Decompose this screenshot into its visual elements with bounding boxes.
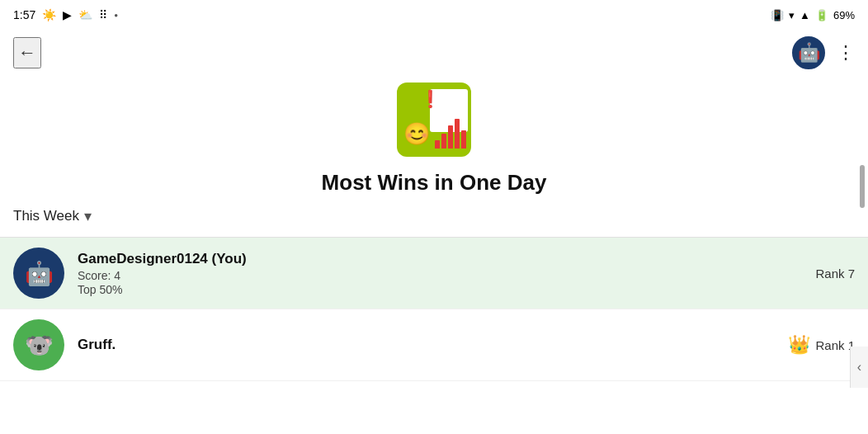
status-right: 📳 ▾ ▲ 🔋 69% <box>771 9 855 21</box>
scrollbar[interactable] <box>860 165 865 208</box>
bar-3 <box>448 125 453 149</box>
smiley-icon: 😊 <box>403 121 430 147</box>
achievement-icon: ❗ 😊 <box>397 83 471 157</box>
warning-icon: ❗ <box>420 89 441 109</box>
dot-icon: ● <box>114 12 118 19</box>
achievement-icon-inner: ❗ 😊 <box>397 83 471 157</box>
rank-label-you: Rank 7 <box>815 267 855 281</box>
achievement-title: Most Wins in One Day <box>322 170 547 196</box>
youtube-icon: ▶ <box>63 8 72 21</box>
chart-bars <box>435 119 466 149</box>
player-info-gruff: Gruff. <box>78 337 788 353</box>
player-avatar-icon-you: 🤖 <box>25 260 54 287</box>
leaderboard: 🤖 GameDesigner0124 (You) Score: 4 Top 50… <box>0 238 868 381</box>
player-name-you: GameDesigner0124 (You) <box>78 251 789 267</box>
player-avatar-you: 🤖 <box>13 248 64 299</box>
wifi-icon: ▾ <box>789 9 795 21</box>
player-info-you: GameDesigner0124 (You) Score: 4 Top 50% <box>78 251 789 296</box>
battery-icon: 🔋 <box>815 9 828 21</box>
more-menu-button[interactable]: ⋮ <box>837 42 855 64</box>
brightness-icon: ☀️ <box>42 8 56 21</box>
bar-4 <box>455 119 460 149</box>
player-score-you: Score: 4 <box>78 269 789 282</box>
player-avatar-gruff: 🐨 <box>13 319 64 370</box>
rank-label-gruff: Rank 1 <box>815 338 855 352</box>
grid-icon: ⠿ <box>99 8 107 21</box>
leaderboard-row-gruff[interactable]: 🐨 Gruff. 👑 Rank 1 <box>0 309 868 381</box>
back-button[interactable]: ← <box>13 37 41 68</box>
time-display: 1:57 <box>13 8 35 21</box>
rank-area-gruff: 👑 Rank 1 <box>788 334 855 356</box>
main-content: ❗ 😊 Most Wins in One Day This Week ▾ 🤖 G… <box>0 76 868 381</box>
avatar[interactable]: 🤖 <box>790 35 827 71</box>
nav-right: 🤖 ⋮ <box>790 35 855 71</box>
player-avatar-icon-gruff: 🐨 <box>25 332 54 359</box>
signal-icon: ▲ <box>800 9 810 21</box>
vibrate-icon: 📳 <box>771 9 784 21</box>
rank-area-you: Rank 7 <box>789 267 855 281</box>
crown-icon: 👑 <box>788 334 810 356</box>
player-percentile-you: Top 50% <box>78 283 789 296</box>
filter-label: This Week <box>13 208 79 224</box>
player-name-gruff: Gruff. <box>78 337 788 353</box>
avatar-icon: 🤖 <box>798 42 820 64</box>
bar-1 <box>435 140 440 149</box>
leaderboard-row-you[interactable]: 🤖 GameDesigner0124 (You) Score: 4 Top 50… <box>0 238 868 309</box>
nav-bar: ← 🤖 ⋮ <box>0 30 868 76</box>
filter-row[interactable]: This Week ▾ <box>0 196 868 238</box>
status-left: 1:57 ☀️ ▶ ⛅ ⠿ ● <box>13 8 118 21</box>
bar-2 <box>441 134 446 149</box>
battery-percent: 69% <box>833 9 855 21</box>
cloud-icon: ⛅ <box>78 8 92 21</box>
chevron-down-icon[interactable]: ▾ <box>84 207 92 225</box>
status-bar: 1:57 ☀️ ▶ ⛅ ⠿ ● 📳 ▾ ▲ 🔋 69% <box>0 0 868 30</box>
collapse-arrow[interactable]: ‹ <box>850 347 868 388</box>
bar-5 <box>461 130 466 149</box>
